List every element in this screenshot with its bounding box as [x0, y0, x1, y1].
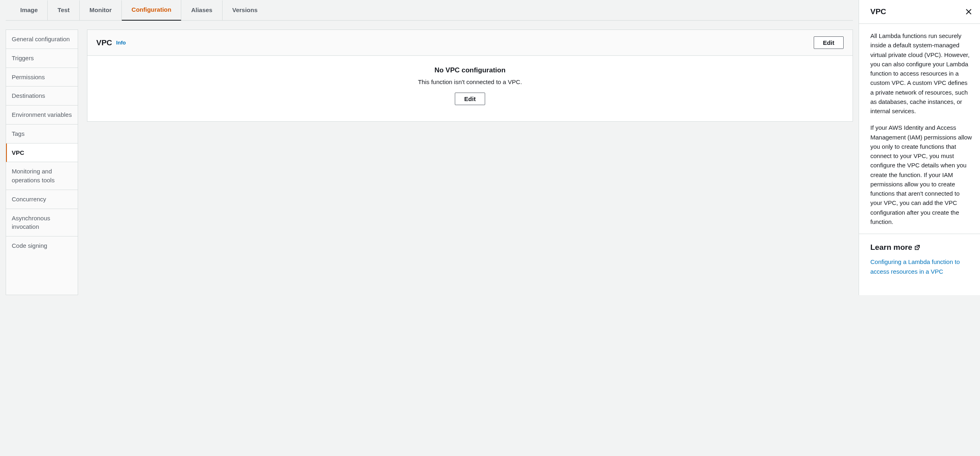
panel-header: VPC Info Edit — [87, 30, 853, 56]
sidebar-item-code-signing[interactable]: Code signing — [6, 236, 78, 255]
tab-image[interactable]: Image — [11, 0, 48, 20]
tab-aliases[interactable]: Aliases — [181, 0, 223, 20]
sidebar-item-general-configuration[interactable]: General configuration — [6, 30, 78, 49]
tab-configuration[interactable]: Configuration — [122, 0, 181, 21]
sidebar-item-concurrency[interactable]: Concurrency — [6, 190, 78, 209]
panel-body: No VPC configuration This function isn't… — [87, 56, 853, 121]
help-paragraph-1: All Lambda functions run securely inside… — [870, 31, 972, 116]
tab-test[interactable]: Test — [48, 0, 80, 20]
panel-title: VPC — [96, 38, 112, 47]
edit-button-body[interactable]: Edit — [455, 93, 485, 105]
close-icon[interactable] — [965, 8, 972, 15]
tab-versions[interactable]: Versions — [223, 0, 267, 20]
help-title: VPC — [870, 7, 886, 16]
learn-more-heading: Learn more — [870, 241, 972, 253]
sidebar-item-permissions[interactable]: Permissions — [6, 68, 78, 87]
help-header: VPC — [859, 0, 980, 24]
sidebar-item-vpc[interactable]: VPC — [6, 144, 78, 163]
empty-state-title: No VPC configuration — [96, 66, 844, 74]
empty-state-text: This function isn't connected to a VPC. — [96, 78, 844, 85]
sidebar-item-monitoring-and-operations-tools[interactable]: Monitoring and operations tools — [6, 162, 78, 190]
help-body: All Lambda functions run securely inside… — [859, 24, 980, 234]
edit-button-header[interactable]: Edit — [814, 36, 844, 49]
help-link-configure-vpc[interactable]: Configuring a Lambda function to access … — [870, 257, 972, 276]
tab-monitor[interactable]: Monitor — [80, 0, 122, 20]
sidebar-item-asynchronous-invocation[interactable]: Asynchronous invocation — [6, 209, 78, 237]
config-side-nav: General configuration Triggers Permissio… — [6, 30, 78, 295]
sidebar-item-triggers[interactable]: Triggers — [6, 49, 78, 68]
vpc-panel: VPC Info Edit No VPC configuration This … — [87, 30, 853, 122]
sidebar-item-environment-variables[interactable]: Environment variables — [6, 106, 78, 125]
info-link[interactable]: Info — [116, 40, 126, 46]
help-learn-more-section: Learn more Configuring a Lambda function… — [859, 234, 980, 283]
help-panel: VPC All Lambda functions run securely in… — [859, 0, 980, 295]
sidebar-item-destinations[interactable]: Destinations — [6, 87, 78, 106]
learn-more-label: Learn more — [870, 241, 912, 253]
sidebar-item-tags[interactable]: Tags — [6, 125, 78, 144]
top-tabs: Image Test Monitor Configuration Aliases… — [6, 0, 853, 21]
external-link-icon — [914, 245, 920, 250]
help-paragraph-2: If your AWS Identity and Access Manageme… — [870, 123, 972, 226]
